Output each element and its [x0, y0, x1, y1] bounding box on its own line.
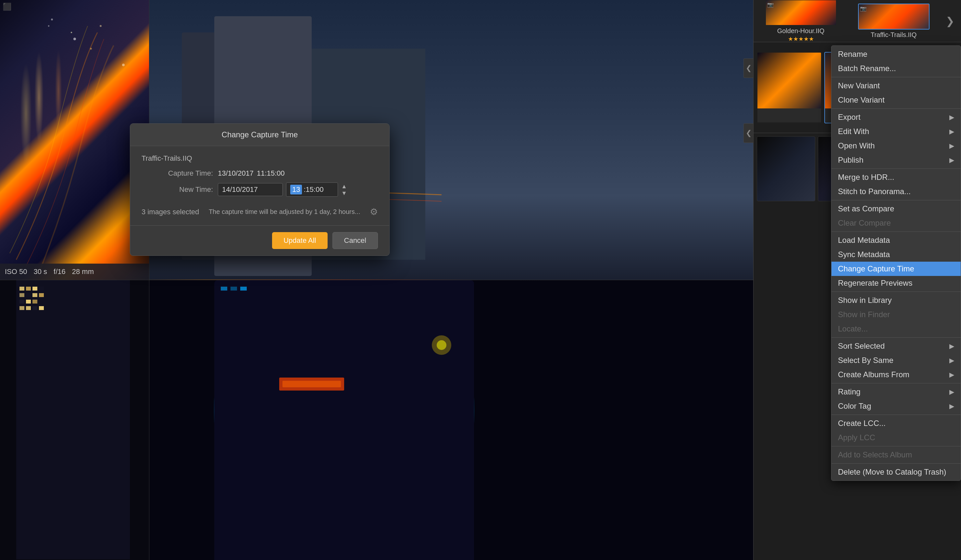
spin-down-arrow[interactable]: ▼: [341, 190, 347, 196]
menu-item-label-edit-with: Edit With: [838, 127, 869, 136]
dialog-capture-time-row: Capture Time: 13/10/2017 11:15:00: [141, 169, 378, 178]
menu-item-apply-lcc: Apply LCC: [831, 430, 961, 445]
dialog-capture-time-value: 13/10/2017 11:15:00: [218, 169, 285, 178]
menu-item-show-in-library[interactable]: Show in Library: [831, 293, 961, 307]
menu-item-locate: Locate...: [831, 322, 961, 336]
svg-point-1: [100, 25, 101, 27]
traffic-trails-overlay: [0, 0, 149, 279]
cancel-button[interactable]: Cancel: [333, 232, 378, 249]
menu-item-label-show-in-finder: Show in Finder: [838, 310, 890, 319]
photo-bottom-right[interactable]: [149, 280, 753, 560]
menu-item-create-albums-from[interactable]: Create Albums From▶: [831, 367, 961, 382]
menu-item-delete[interactable]: Delete (Move to Catalog Trash): [831, 465, 961, 479]
collapse-arrow-mid[interactable]: ❮: [744, 124, 753, 143]
svg-rect-21: [19, 306, 24, 310]
dialog-new-time-label: New Time:: [141, 185, 213, 194]
collapse-arrow-top[interactable]: ❮: [744, 58, 753, 78]
menu-item-batch-rename[interactable]: Batch Rename...: [831, 61, 961, 75]
filmstrip-nav-next[interactable]: ❯: [942, 12, 958, 30]
menu-item-publish[interactable]: Publish▶: [831, 153, 961, 167]
menu-item-new-variant[interactable]: New Variant: [831, 79, 961, 93]
context-menu: RenameBatch Rename...New VariantClone Va…: [831, 45, 961, 481]
menu-item-select-by-same[interactable]: Select By Same▶: [831, 353, 961, 367]
menu-item-sort-selected[interactable]: Sort Selected▶: [831, 339, 961, 353]
time-spinner[interactable]: ▲ ▼: [341, 183, 347, 196]
dialog-title: Change Capture Time: [130, 124, 389, 146]
menu-arrow-export: ▶: [949, 113, 954, 121]
menu-separator: [831, 446, 961, 446]
menu-separator: [831, 168, 961, 169]
menu-item-load-metadata[interactable]: Load Metadata: [831, 233, 961, 247]
dialog-adjust-message: The capture time will be adjusted by 1 d…: [209, 208, 360, 215]
menu-item-label-load-metadata: Load Metadata: [838, 236, 890, 245]
filmstrip-label-traffic: Traffic-Trails.IIQ: [871, 31, 916, 39]
filmstrip-thumb-golden[interactable]: 📷: [765, 0, 837, 26]
svg-point-0: [73, 38, 76, 40]
menu-item-rating[interactable]: Rating▶: [831, 385, 961, 399]
menu-item-merge-hdr[interactable]: Merge to HDR...: [831, 170, 961, 185]
filmstrip-header: 📷 Golden-Hour.IIQ ★★★★★ 📷 Traffic-Trails…: [754, 0, 961, 42]
change-capture-time-dialog[interactable]: Change Capture Time Traffic-Trails.IIQ C…: [130, 124, 390, 256]
photo-top-left[interactable]: ⬛ ISO 50 30 s f/16 28 mm: [0, 0, 149, 280]
focal-value: 28 mm: [72, 268, 94, 276]
dialog-new-date-input[interactable]: [218, 183, 283, 196]
menu-item-create-lcc[interactable]: Create LCC...: [831, 416, 961, 430]
menu-separator: [831, 463, 961, 464]
filmstrip-item-golden[interactable]: 📷 Golden-Hour.IIQ ★★★★★: [757, 0, 845, 43]
menu-item-stitch-panorama[interactable]: Stitch to Panorama...: [831, 185, 961, 199]
photo-bottom-left[interactable]: [0, 280, 149, 560]
filmstrip-item-traffic[interactable]: 📷 Traffic-Trails.IIQ: [850, 3, 938, 39]
building-lit-overlay: [149, 280, 753, 560]
camera-icon: 📷: [767, 2, 774, 8]
thumb-item-1[interactable]: [757, 52, 822, 124]
svg-rect-17: [39, 293, 44, 297]
extra-thumb-1[interactable]: [757, 136, 815, 201]
menu-item-label-select-by-same: Select By Same: [838, 356, 894, 365]
menu-item-clear-compare: Clear Compare: [831, 216, 961, 230]
svg-rect-18: [19, 300, 24, 303]
menu-item-regenerate-previews[interactable]: Regenerate Previews: [831, 276, 961, 290]
svg-rect-28: [214, 280, 474, 560]
menu-arrow-select-by-same: ▶: [949, 356, 954, 364]
dialog-capture-time: 11:15:00: [257, 169, 285, 178]
filmstrip-thumb-traffic[interactable]: 📷: [858, 3, 929, 29]
menu-item-label-locate: Locate...: [838, 324, 868, 334]
menu-separator: [831, 292, 961, 292]
filmstrip-img-traffic: [859, 4, 929, 29]
svg-point-3: [122, 64, 125, 66]
svg-rect-23: [32, 306, 37, 310]
dialog-new-time-input[interactable]: 13 :15:00: [286, 183, 338, 197]
menu-item-export[interactable]: Export▶: [831, 110, 961, 124]
time-hours-highlight[interactable]: 13: [290, 185, 302, 194]
menu-item-add-to-selects: Add to Selects Album: [831, 448, 961, 462]
menu-item-label-merge-hdr: Merge to HDR...: [838, 173, 894, 182]
update-all-button[interactable]: Update All: [272, 232, 327, 249]
menu-item-sync-metadata[interactable]: Sync Metadata: [831, 247, 961, 262]
svg-rect-14: [19, 293, 24, 297]
menu-item-clone-variant[interactable]: Clone Variant: [831, 93, 961, 107]
menu-item-label-color-tag: Color Tag: [838, 401, 871, 411]
menu-separator: [831, 77, 961, 77]
aperture-value: f/16: [53, 268, 66, 276]
menu-item-edit-with[interactable]: Edit With▶: [831, 124, 961, 139]
menu-separator: [831, 231, 961, 232]
svg-rect-16: [32, 293, 37, 297]
menu-item-color-tag[interactable]: Color Tag▶: [831, 399, 961, 413]
status-bar: ISO 50 30 s f/16 28 mm: [0, 263, 149, 280]
svg-rect-19: [26, 300, 31, 303]
dialog-filename: Traffic-Trails.IIQ: [141, 154, 378, 163]
menu-item-set-compare[interactable]: Set as Compare: [831, 202, 961, 216]
menu-item-label-export: Export: [838, 113, 860, 122]
svg-point-35: [437, 340, 447, 350]
menu-separator: [831, 414, 961, 415]
svg-rect-10: [19, 287, 24, 290]
menu-item-open-with[interactable]: Open With▶: [831, 139, 961, 153]
shutter-value: 30 s: [34, 268, 47, 276]
spin-up-arrow[interactable]: ▲: [341, 183, 347, 189]
menu-arrow-create-albums-from: ▶: [949, 371, 954, 379]
dialog-new-time-inputs[interactable]: 13 :15:00 ▲ ▼: [218, 183, 347, 197]
dialog-images-count: 3 images selected: [141, 208, 199, 216]
menu-item-change-capture-time[interactable]: Change Capture Time: [831, 262, 961, 276]
svg-rect-15: [26, 293, 31, 297]
menu-item-rename[interactable]: Rename: [831, 47, 961, 61]
